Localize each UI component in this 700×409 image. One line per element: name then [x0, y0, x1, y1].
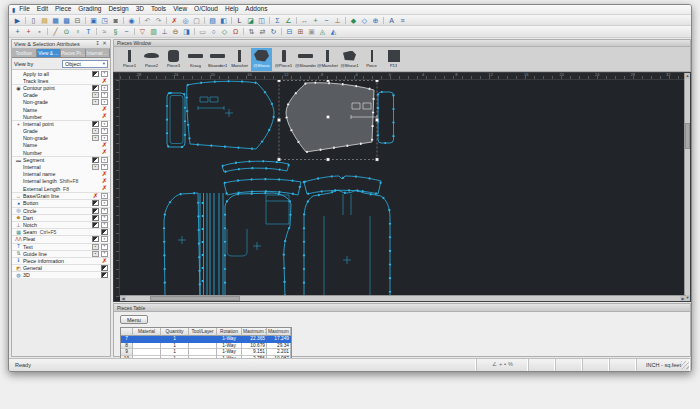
options-icon[interactable]: ⊕ — [370, 17, 381, 24]
scroll-up-icon[interactable]: ▲ — [685, 73, 690, 79]
attribute-row[interactable]: ↔ Base/Grain line — [12, 192, 110, 199]
annotate-icon[interactable]: A — [386, 17, 397, 24]
piece-thumbnail[interactable]: Krasg — [185, 48, 206, 71]
panel-tab[interactable]: Toolbox — [12, 49, 37, 57]
seam-tool-icon[interactable]: ▥ — [148, 28, 159, 35]
open-file-icon[interactable]: ▤ — [39, 17, 50, 24]
attribute-toggle-1[interactable] — [92, 244, 99, 250]
attribute-row[interactable]: Internal length Shift+F8 — [12, 178, 110, 185]
attribute-toggle-2[interactable] — [101, 193, 108, 199]
attribute-toggle-2[interactable] — [101, 128, 108, 134]
menu-item[interactable]: O/Cloud — [194, 6, 218, 13]
piece-thumbnail[interactable]: Manshet — [229, 48, 250, 71]
panel-icon[interactable]: ⊟ — [284, 28, 295, 35]
align-points-icon[interactable]: ▪ — [34, 28, 45, 35]
circle-tool-icon[interactable]: ○ — [208, 28, 219, 35]
pleat-tool-icon[interactable]: Ω — [230, 28, 241, 35]
delete-point-icon[interactable]: + — [23, 28, 34, 35]
pencil-icon[interactable]: ╱ — [50, 28, 61, 35]
attribute-toggle-1[interactable] — [92, 164, 99, 170]
attribute-row[interactable]: ℹ Piece information — [12, 257, 110, 264]
redo-icon[interactable]: ↷ — [153, 17, 164, 24]
new-piece-icon[interactable]: ◇ — [359, 17, 370, 24]
notch-tool-icon[interactable]: ⊥ — [332, 17, 343, 24]
text-tool-icon[interactable]: T — [83, 28, 94, 35]
attribute-toggle-2[interactable] — [101, 208, 108, 214]
attribute-row[interactable]: ◍ 3D — [12, 271, 110, 278]
measure-icon[interactable]: Σ — [272, 17, 283, 24]
rotate-icon[interactable]: ↻ — [268, 28, 279, 35]
rectangle-icon[interactable]: ▭ — [197, 28, 208, 35]
attribute-row[interactable]: Name — [12, 142, 110, 149]
piece-thumbnail[interactable]: Sleander1 — [207, 48, 228, 71]
piece-cuff-left[interactable] — [167, 93, 185, 147]
attribute-toggle-2[interactable] — [101, 200, 108, 206]
hook-icon[interactable]: § — [110, 28, 121, 35]
attribute-toggle-1[interactable] — [92, 208, 99, 214]
attribute-row[interactable]: ● Button — [12, 199, 110, 206]
notch2-icon[interactable]: ⊥ — [159, 28, 170, 35]
menu-item[interactable]: Edit — [37, 6, 48, 13]
attribute-row[interactable]: Number — [12, 113, 110, 120]
piece-thumbnail[interactable]: @Sleander1 — [295, 48, 316, 71]
grade-icon[interactable]: ◫ — [256, 17, 267, 24]
attribute-toggle-1[interactable] — [92, 251, 99, 257]
print-icon[interactable]: ⊟ — [72, 17, 83, 24]
piece-thumbnail[interactable]: Piece1 — [119, 48, 140, 71]
swatch-icon[interactable]: ⊞ — [295, 28, 306, 35]
piece-thumbnail[interactable]: Piece2 — [141, 48, 162, 71]
attribute-toggle-1[interactable] — [92, 215, 99, 221]
attribute-row[interactable]: + Internal point — [12, 120, 110, 127]
piece-sleeve-left[interactable] — [187, 81, 274, 149]
menu-item[interactable]: Tools — [151, 6, 166, 13]
attribute-row[interactable]: Internal name — [12, 171, 110, 178]
attribute-toggle-1[interactable] — [101, 78, 108, 84]
scroll-right-icon[interactable]: ▶ — [680, 296, 686, 301]
attribute-row[interactable]: Track lines — [12, 77, 110, 84]
attribute-row[interactable]: Grade — [12, 128, 110, 135]
attribute-row[interactable]: ▦ Seam Ctrl+F5 — [12, 228, 110, 235]
save-all-icon[interactable]: ▩ — [61, 17, 72, 24]
attribute-toggle-2[interactable] — [101, 85, 108, 91]
undo-icon[interactable]: ↶ — [142, 17, 153, 24]
attribute-row[interactable]: T Text — [12, 243, 110, 250]
camera-icon[interactable]: ◙ — [110, 17, 121, 24]
smooth-icon[interactable]: ~ — [121, 28, 132, 35]
attribute-toggle-2[interactable] — [101, 121, 108, 127]
new-style-icon[interactable]: ▯ — [28, 17, 39, 24]
flip-icon[interactable]: ↔ — [299, 17, 310, 24]
horizontal-scrollbar[interactable]: ◀ ▶ — [120, 295, 686, 301]
attribute-toggle-1[interactable] — [92, 92, 99, 98]
attribute-row[interactable]: ▬ Segment — [12, 156, 110, 163]
flip-horizontal-icon[interactable]: ⇄ — [257, 28, 268, 35]
scroll-left-icon[interactable]: ◀ — [120, 296, 126, 301]
attribute-toggle-2[interactable] — [101, 251, 108, 257]
attribute-toggle-1[interactable] — [101, 186, 108, 192]
attribute-toggle-2[interactable] — [101, 244, 108, 250]
table-column-header[interactable]: Quantity — [161, 328, 189, 336]
piece-window-icon[interactable]: ▧ — [207, 17, 218, 24]
piece-back[interactable] — [304, 190, 390, 297]
piece-cuff-right[interactable] — [378, 92, 394, 143]
flip-vertical-icon[interactable]: ⇅ — [246, 28, 257, 35]
pattern-canvas[interactable] — [120, 80, 686, 297]
piece-collar-left[interactable] — [224, 179, 301, 195]
attribute-row[interactable]: Apply to all — [12, 70, 110, 77]
table-column-header[interactable]: Rotation — [217, 328, 242, 336]
attribute-row[interactable]: ΛΛ Pleat — [12, 235, 110, 242]
piece-thumbnail[interactable]: @Shour1 — [339, 48, 360, 71]
attribute-row[interactable]: Non-grade — [12, 99, 110, 106]
delete-icon[interactable]: ✗ — [169, 17, 180, 24]
attribute-row[interactable]: ⇅ Guide line — [12, 250, 110, 257]
attribute-toggle-1[interactable] — [92, 200, 99, 206]
panel-tab[interactable]: Internal ... — [86, 49, 111, 57]
mark-icon[interactable]: ◬ — [317, 28, 328, 35]
attribute-toggle-1[interactable] — [101, 265, 108, 271]
attribute-toggle-2[interactable] — [101, 157, 108, 163]
attribute-toggle-2[interactable] — [101, 92, 108, 98]
fold-icon[interactable]: ⊖ — [170, 28, 181, 35]
find-piece-icon[interactable]: ◎ — [180, 17, 191, 24]
attribute-toggle-1[interactable] — [101, 229, 108, 235]
menu-item[interactable]: Help — [225, 6, 238, 13]
attribute-row[interactable]: ◩ General — [12, 264, 110, 271]
